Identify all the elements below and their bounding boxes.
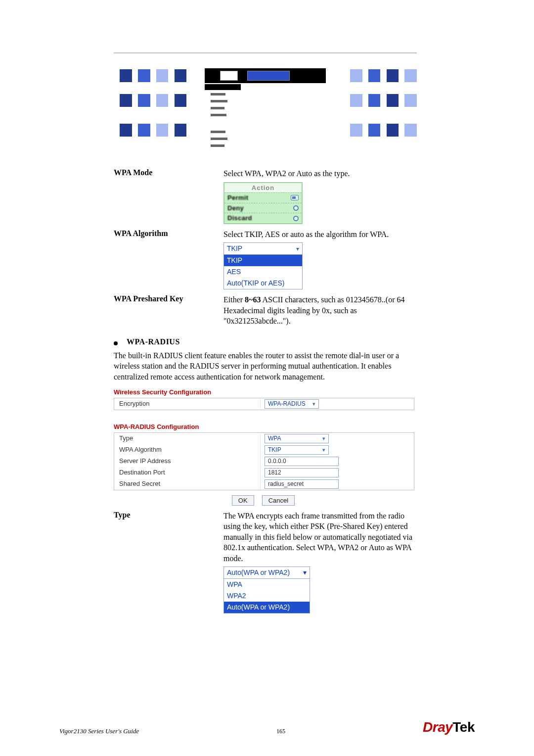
config-row: Shared Secretradius_secret: [114, 478, 414, 490]
config-row-label: Type: [114, 433, 261, 444]
chevron-down-icon: ▾: [303, 568, 307, 577]
chevron-down-icon: ▾: [322, 435, 325, 442]
def-desc: The WPA encrypts each frame transmitted …: [223, 511, 413, 564]
config-input[interactable]: 0.0.0.0: [265, 457, 339, 466]
chevron-down-icon: ▾: [296, 245, 299, 253]
def-desc: Select TKIP, AES or auto as the algorith…: [223, 229, 413, 240]
def-wpa-mode: WPA Mode Select WPA, WPA2 or Auto as the…: [114, 168, 413, 224]
config-row: WPA AlgorithmTKIP▾: [114, 444, 414, 456]
chevron-down-icon: ▾: [312, 401, 315, 407]
config-select[interactable]: TKIP▾: [265, 445, 329, 455]
encryption-select[interactable]: WPA-RADIUS ▾: [265, 399, 319, 409]
config-input[interactable]: 1812: [265, 468, 339, 477]
def-type: Type The WPA encrypts each frame transmi…: [114, 511, 413, 614]
section-heading: WPA-RADIUS: [114, 337, 413, 346]
def-desc: Select WPA, WPA2 or Auto as the type.: [223, 168, 413, 179]
config-row-label: WPA Algorithm: [114, 444, 261, 456]
def-label: Type: [114, 511, 218, 614]
config-row: Server IP Address0.0.0.0: [114, 456, 414, 467]
config-row-label: Shared Secret: [114, 478, 261, 490]
cancel-button[interactable]: Cancel: [262, 495, 295, 506]
section-paragraph: The built-in RADIUS client feature enabl…: [114, 350, 413, 382]
config-input[interactable]: radius_secret: [265, 479, 339, 489]
radio-icon: [291, 195, 299, 200]
def-label: WPA Algorithm: [114, 229, 218, 289]
config-row-label: Server IP Address: [114, 456, 261, 467]
radio-icon: [293, 205, 299, 211]
wireless-security-config-figure: Wireless Security Configuration Encrypti…: [114, 388, 413, 410]
config-row: Destination Port1812: [114, 467, 414, 478]
draytek-logo: DrayTek: [423, 719, 475, 735]
def-label: WPA Mode: [114, 168, 218, 224]
page-number: 165: [276, 728, 285, 735]
radio-icon: [293, 216, 299, 221]
def-label: WPA Preshared Key: [114, 294, 218, 329]
top-mosaic-graphic: [114, 54, 417, 158]
page-footer: Vigor2130 Series User's Guide 165 DrayTe…: [59, 719, 475, 735]
type-dropdown-graphic: Auto(WPA or WPA2) ▾ WPA WPA2 Auto(WPA or…: [223, 567, 310, 614]
algorithm-dropdown-graphic: TKIP ▾ TKIP AES Auto(TKIP or AES): [223, 242, 303, 289]
def-desc: Either 8~63 ASCII characters, such as 01…: [223, 294, 413, 327]
config-row: TypeWPA▾: [114, 433, 414, 444]
config-select[interactable]: WPA▾: [265, 434, 329, 443]
ok-button[interactable]: OK: [232, 495, 254, 506]
book-title: Vigor2130 Series User's Guide: [59, 727, 139, 735]
bullet-icon: [114, 341, 118, 345]
action-dropdown-graphic: Action Permit Deny Discard: [223, 182, 303, 224]
def-wpa-algorithm: WPA Algorithm Select TKIP, AES or auto a…: [114, 229, 413, 289]
chevron-down-icon: ▾: [322, 447, 325, 453]
config-row-label: Destination Port: [114, 467, 261, 478]
def-wpa-psk: WPA Preshared Key Either 8~63 ASCII char…: [114, 294, 413, 329]
wpa-radius-config-figure: WPA-RADIUS Configuration TypeWPA▾WPA Alg…: [114, 423, 413, 506]
